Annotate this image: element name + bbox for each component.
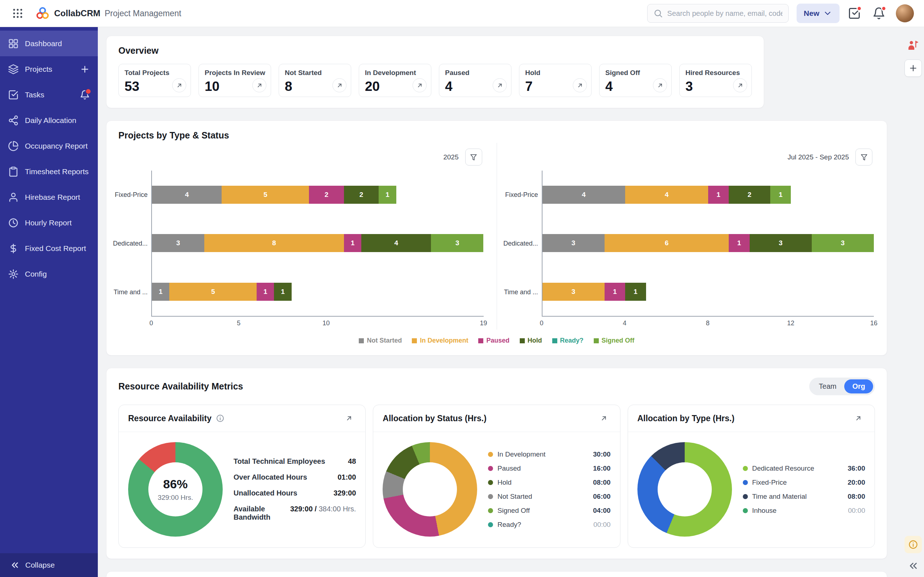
bar-segment-hold[interactable]: 3	[750, 234, 812, 252]
bar-segment-hold[interactable]: 2	[344, 186, 379, 204]
stat-expand-button[interactable]	[333, 78, 347, 92]
stat-expand-button[interactable]	[172, 78, 186, 92]
next-section-card	[106, 571, 887, 577]
bar-row: 44121	[543, 171, 874, 219]
bar-segment-not-started[interactable]: 1	[152, 283, 169, 301]
bar-segment-hold[interactable]: 4	[361, 234, 431, 252]
bar-segment-signed-off[interactable]: 1	[379, 186, 396, 204]
filter-button[interactable]	[465, 148, 482, 166]
new-button[interactable]: New	[796, 3, 840, 23]
rail-collapse-button[interactable]	[907, 560, 919, 572]
toggle-team[interactable]: Team	[811, 379, 845, 393]
availability-donut[interactable]: 86% 329:00 Hrs.	[128, 442, 223, 537]
bar-segment-paused[interactable]: 2	[309, 186, 344, 204]
expand-button[interactable]	[855, 413, 865, 424]
stat-expand-button[interactable]	[252, 78, 267, 92]
bar-segment-hold[interactable]: 1	[274, 283, 291, 301]
sidebar-item-label: Dashboard	[25, 39, 62, 48]
bar-segment-paused[interactable]: 1	[344, 234, 361, 252]
sidebar-item-label: Hourly Report	[25, 219, 72, 227]
sidebar-item-dashboard[interactable]: Dashboard	[0, 31, 98, 56]
overview-stats: Total Projects 53 Projects In Review 10 …	[118, 64, 752, 97]
apps-grid-button[interactable]	[8, 3, 27, 23]
status-donut[interactable]	[383, 442, 477, 537]
sidebar-item-hirebase-report[interactable]: Hirebase Report	[0, 184, 98, 210]
availability-stat-over-allocated-hours: Over Allocated Hours 01:00	[234, 473, 356, 482]
axis-tick: 0	[149, 319, 153, 327]
legend-item-ready[interactable]: Ready?	[552, 337, 584, 344]
stat-expand-button[interactable]	[653, 78, 667, 92]
axis-tick: 10	[322, 319, 330, 327]
category-label: Dedicated...	[112, 219, 151, 268]
global-search[interactable]	[647, 4, 789, 23]
arrow-up-right-icon	[345, 414, 353, 422]
stat-label: Signed Off	[605, 69, 666, 77]
stat-expand-button[interactable]	[733, 78, 747, 92]
expand-button[interactable]	[600, 413, 611, 424]
sidebar-item-fixed-cost-report[interactable]: Fixed Cost Report	[0, 235, 98, 261]
expand-button[interactable]	[345, 413, 356, 424]
arrow-up-right-icon	[737, 82, 744, 89]
toggle-org[interactable]: Org	[844, 379, 873, 393]
availability-stat-available-bandwidth: Available Bandwidth 329:00 / 384:00 Hrs.	[234, 505, 356, 521]
bar-segment-not-started[interactable]: 3	[543, 234, 604, 252]
bar-segment-paused[interactable]: 1	[729, 234, 749, 252]
stat-label: Not Started	[285, 69, 345, 77]
type-donut[interactable]	[637, 442, 732, 537]
approvals-button[interactable]	[845, 3, 864, 23]
bar-segment-hold[interactable]: 1	[625, 283, 646, 301]
sidebar-item-config[interactable]: Config	[0, 261, 98, 287]
sidebar-item-projects[interactable]: Projects	[0, 56, 98, 82]
stat-expand-button[interactable]	[493, 78, 507, 92]
sidebar-item-label: Timesheet Reports	[25, 167, 89, 176]
sidebar-item-label: Config	[25, 270, 47, 279]
tasks-icon	[8, 89, 19, 100]
bar-segment-not-started[interactable]: 4	[152, 186, 221, 204]
bar-segment-in-development[interactable]: 3	[543, 283, 604, 301]
legend-value: 00:00	[848, 507, 865, 515]
bar-segment-in-development[interactable]: 8	[204, 234, 344, 252]
sidebar-item-daily-allocation[interactable]: Daily Allocation	[0, 108, 98, 133]
bar-segment-in-development[interactable]: 4	[625, 186, 708, 204]
filter-button[interactable]	[855, 148, 872, 166]
info-icon[interactable]	[216, 414, 225, 423]
pinned-resource-button[interactable]	[907, 39, 919, 52]
chart-period-label: Jul 2025 - Sep 2025	[788, 153, 849, 161]
sidebar-item-hourly-report[interactable]: Hourly Report	[0, 210, 98, 235]
bar-segment-hold[interactable]: 2	[729, 186, 770, 204]
legend-row-not-started: Not Started 06:00	[488, 493, 611, 501]
bell-icon[interactable]	[80, 90, 90, 100]
sidebar-collapse-button[interactable]: Collapse	[0, 553, 98, 577]
legend-item-signed-off[interactable]: Signed Off	[594, 337, 635, 344]
rail-add-button[interactable]	[905, 60, 922, 77]
bar-segment-paused[interactable]: 1	[708, 186, 729, 204]
search-input[interactable]	[667, 10, 782, 18]
bar-segment-in-development[interactable]: 6	[604, 234, 729, 252]
legend-item-in-development[interactable]: In Development	[412, 337, 468, 344]
notifications-button[interactable]	[869, 3, 888, 23]
bar-segment-signed-off[interactable]: 1	[770, 186, 791, 204]
bar-segment-not-started[interactable]: 4	[543, 186, 625, 204]
bar-segment-paused[interactable]: 1	[604, 283, 625, 301]
stat-expand-button[interactable]	[412, 78, 426, 92]
bar-segment-in-development[interactable]: 5	[169, 283, 257, 301]
legend-item-not-started[interactable]: Not Started	[359, 337, 402, 344]
legend-item-paused[interactable]: Paused	[478, 337, 509, 344]
collapse-label: Collapse	[25, 561, 55, 569]
bar-segment-paused[interactable]: 1	[257, 283, 274, 301]
rail-info-button[interactable]	[905, 536, 922, 553]
bar-segment-signed-off[interactable]: 3	[812, 234, 874, 252]
plus-icon[interactable]	[80, 64, 90, 74]
user-avatar[interactable]	[896, 4, 914, 23]
bar-segment-signed-off[interactable]: 3	[431, 234, 483, 252]
bar-segment-in-development[interactable]: 5	[221, 186, 309, 204]
legend-item-hold[interactable]: Hold	[520, 337, 542, 344]
sidebar-item-tasks[interactable]: Tasks	[0, 82, 98, 108]
sidebar-item-timesheet-reports[interactable]: Timesheet Reports	[0, 159, 98, 184]
chart-year: 2025 Fixed-PriceDedicated...Time and ...…	[107, 143, 497, 330]
bar-segment-not-started[interactable]: 3	[152, 234, 204, 252]
stat-expand-button[interactable]	[573, 78, 587, 92]
stat-card-total-projects: Total Projects 53	[118, 64, 191, 97]
legend-row-inhouse: Inhouse 00:00	[743, 507, 865, 515]
sidebar-item-occupancy-report[interactable]: Occupancy Report	[0, 133, 98, 159]
